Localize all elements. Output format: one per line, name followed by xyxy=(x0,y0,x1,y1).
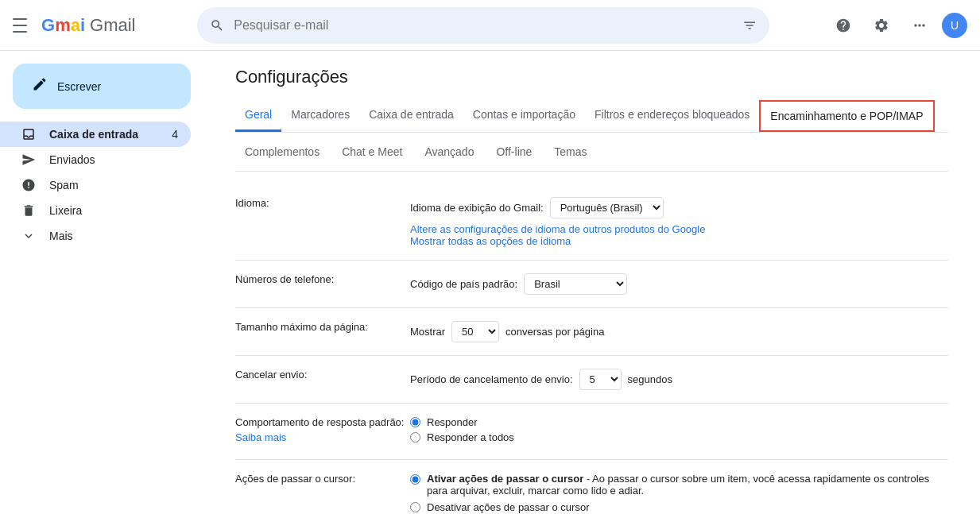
send-icon xyxy=(21,153,37,167)
inbox-icon xyxy=(21,127,37,141)
comportamento-saiba-mais[interactable]: Saiba mais xyxy=(235,431,410,443)
tamanho-control: Mostrar 10152025 50100 conversas por pág… xyxy=(410,308,948,356)
sidebar-item-spam[interactable]: Spam xyxy=(0,172,191,198)
comportamento-responder-label[interactable]: Responder xyxy=(410,416,948,428)
settings-row-telefone: Números de telefone: Código de país padr… xyxy=(235,261,948,308)
cancelar-periodo-label: Período de cancelamento de envio: xyxy=(410,373,573,385)
cursor-ativar-label[interactable]: Ativar ações de passar o cursor - Ao pas… xyxy=(410,473,948,497)
sidebar-item-more-label: Mais xyxy=(49,230,178,242)
sidebar-item-inbox[interactable]: Caixa de entrada 4 xyxy=(0,122,191,147)
settings-row-cursor: Ações de passar o cursor: Ativar ações d… xyxy=(235,460,948,515)
delete-icon xyxy=(21,203,37,218)
tab-avancado[interactable]: Avançado xyxy=(415,139,483,164)
gmail-logo: Gmai Gmail xyxy=(41,15,136,36)
idioma-display-label: Idioma de exibição do Gmail: xyxy=(410,202,544,214)
help-icon xyxy=(835,17,851,33)
search-bar[interactable] xyxy=(197,7,769,44)
sidebar-item-sent-label: Enviados xyxy=(49,153,178,166)
settings-content: Configurações Geral Marcadores Caixa de … xyxy=(203,51,980,514)
cursor-ativar-bold: Ativar ações de passar o cursor xyxy=(427,473,583,485)
idioma-select-row: Idioma de exibição do Gmail: Português (… xyxy=(410,197,948,218)
gmail-text: Gmail xyxy=(90,15,135,36)
settings-row-idioma: Idioma: Idioma de exibição do Gmail: Por… xyxy=(235,184,948,261)
search-icon xyxy=(210,17,224,33)
tab-caixa-entrada[interactable]: Caixa de entrada xyxy=(359,100,463,132)
topbar-right: U xyxy=(827,10,967,41)
sidebar-item-spam-label: Spam xyxy=(49,179,178,191)
cursor-ativar-radio[interactable] xyxy=(410,474,420,485)
sidebar-item-trash[interactable]: Lixeira xyxy=(0,198,191,223)
settings-row-comportamento: Comportamento de resposta padrão: Saiba … xyxy=(235,404,948,460)
chevron-down-icon xyxy=(21,229,37,243)
cursor-desativar-label[interactable]: Desativar ações de passar o cursor xyxy=(410,501,948,513)
tab-filtros[interactable]: Filtros e endereços bloqueados xyxy=(585,100,759,132)
tab-contas[interactable]: Contas e importação xyxy=(463,100,585,132)
cursor-label: Ações de passar o cursor: xyxy=(235,460,410,515)
idioma-control: Idioma de exibição do Gmail: Português (… xyxy=(410,184,948,261)
tab-geral[interactable]: Geral xyxy=(235,100,281,132)
telefone-label: Números de telefone: xyxy=(235,261,410,308)
topbar: Gmai Gmail U xyxy=(0,0,980,51)
idioma-select[interactable]: Português (Brasil) English Español xyxy=(550,197,664,218)
idioma-label: Idioma: xyxy=(235,184,410,261)
apps-button[interactable] xyxy=(904,10,935,41)
tab-temas[interactable]: Temas xyxy=(544,139,596,164)
comportamento-responder-radio[interactable] xyxy=(410,417,420,427)
cursor-desativar-radio[interactable] xyxy=(410,502,420,512)
tab-encaminhamento[interactable]: Encaminhamento e POP/IMAP xyxy=(759,100,934,132)
avatar[interactable]: U xyxy=(942,13,967,38)
telefone-select[interactable]: Brasil Portugal Estados Unidos xyxy=(524,273,627,295)
gear-icon xyxy=(873,17,889,33)
primary-tabs: Geral Marcadores Caixa de entrada Contas… xyxy=(235,100,948,133)
comportamento-responder-todos-label[interactable]: Responder a todos xyxy=(410,431,948,443)
compose-icon xyxy=(32,76,48,96)
idioma-link2[interactable]: Mostrar todas as opções de idioma xyxy=(410,235,571,247)
apps-icon xyxy=(912,17,928,33)
secondary-tabs: Complementos Chat e Meet Avançado Off-li… xyxy=(235,133,948,172)
cancelar-suffix: segundos xyxy=(628,373,672,385)
comportamento-responder-todos-radio[interactable] xyxy=(410,432,420,443)
main-layout: Escrever Caixa de entrada 4 Enviados Spa… xyxy=(0,51,980,514)
settings-button[interactable] xyxy=(866,10,897,41)
cursor-desativar-text: Desativar ações de passar o cursor xyxy=(427,501,589,513)
settings-row-cancelar: Cancelar envio: Período de cancelamento … xyxy=(235,356,948,404)
tab-chat-meet[interactable]: Chat e Meet xyxy=(332,139,412,164)
comportamento-control: Responder Responder a todos xyxy=(410,404,948,460)
gmail-m-icon: Gmai xyxy=(41,15,85,36)
report-icon xyxy=(21,178,37,192)
cursor-ativar-text: Ativar ações de passar o cursor - Ao pas… xyxy=(427,473,948,497)
cancelar-control: Período de cancelamento de envio: 510203… xyxy=(410,356,948,404)
telefone-control: Código de país padrão: Brasil Portugal E… xyxy=(410,261,948,308)
menu-button[interactable] xyxy=(13,16,32,35)
page-size-select[interactable]: 10152025 50100 xyxy=(451,321,499,342)
settings-row-tamanho: Tamanho máximo da página: Mostrar 101520… xyxy=(235,308,948,356)
sidebar-item-inbox-count: 4 xyxy=(172,128,178,141)
comportamento-responder-todos-text: Responder a todos xyxy=(427,431,514,443)
comportamento-responder-text: Responder xyxy=(427,416,478,428)
filter-icon[interactable] xyxy=(742,17,757,33)
topbar-left: Gmai Gmail xyxy=(13,15,188,36)
search-input[interactable] xyxy=(234,18,733,33)
telefone-display-label: Código de país padrão: xyxy=(410,278,517,290)
tamanho-mostrar-label: Mostrar xyxy=(410,326,445,338)
cancel-send-select[interactable]: 5102030 xyxy=(579,369,622,390)
page-title: Configurações xyxy=(235,67,948,87)
tamanho-label: Tamanho máximo da página: xyxy=(235,308,410,356)
sidebar-item-more[interactable]: Mais xyxy=(0,223,191,249)
tab-marcadores[interactable]: Marcadores xyxy=(281,100,359,132)
settings-table: Idioma: Idioma de exibição do Gmail: Por… xyxy=(235,184,948,514)
cursor-control: Ativar ações de passar o cursor - Ao pas… xyxy=(410,460,948,515)
compose-label: Escrever xyxy=(57,80,101,93)
idioma-link1[interactable]: Altere as configurações de idioma de out… xyxy=(410,223,705,235)
cancelar-label: Cancelar envio: xyxy=(235,356,410,404)
compose-button[interactable]: Escrever xyxy=(13,64,191,109)
sidebar-item-sent[interactable]: Enviados xyxy=(0,147,191,172)
sidebar-item-trash-label: Lixeira xyxy=(49,204,178,217)
tab-off-line[interactable]: Off-line xyxy=(486,139,541,164)
comportamento-label: Comportamento de resposta padrão: Saiba … xyxy=(235,404,410,460)
tab-complementos[interactable]: Complementos xyxy=(235,139,329,164)
sidebar-item-inbox-label: Caixa de entrada xyxy=(49,128,159,141)
help-button[interactable] xyxy=(827,10,859,41)
sidebar: Escrever Caixa de entrada 4 Enviados Spa… xyxy=(0,51,203,514)
tamanho-suffix: conversas por página xyxy=(505,326,604,338)
